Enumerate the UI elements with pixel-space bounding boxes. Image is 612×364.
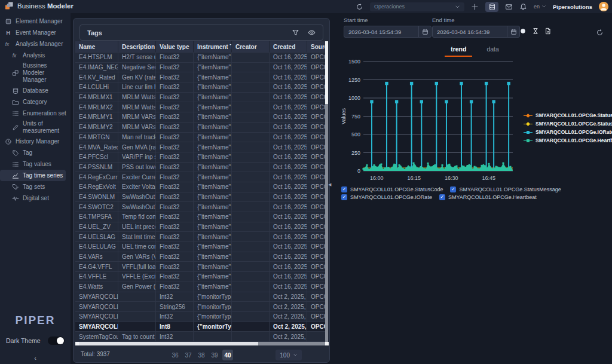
vertical-scrollbar[interactable] (325, 41, 328, 342)
pencil-icon (12, 124, 19, 131)
table-row[interactable]: E4.G4.VFFLVFFL(full load v...Float32{"it… (75, 262, 326, 272)
table-row[interactable]: SMYARQCOLL0...Int8{"monitorType"...Oct 2… (75, 322, 326, 332)
start-time-input[interactable]: 2026-03-04 15:54:39 (344, 26, 432, 38)
sidebar-item-tag-values[interactable]: Tag values (0, 158, 71, 170)
sidebar-item-tag[interactable]: Tag (0, 147, 71, 158)
series-checkbox-heartbeat[interactable]: ✓SMYARQCOLL01.OPCGe.Heartbeat (439, 194, 537, 200)
table-row[interactable]: SMYARQCOLL0...Int32{"monitorType"...Oct … (75, 312, 326, 322)
bell-icon[interactable] (519, 3, 527, 11)
legend-item[interactable]: SMYARQCOLL01.OPCGe.StatusCode (524, 112, 612, 118)
series-checkbox-iorate[interactable]: ✓SMYARQCOLL01.OPCGe.IORate (341, 194, 432, 200)
refresh-icon[interactable] (356, 3, 363, 11)
series-checkbox-statusmessage[interactable]: ✓SMYARQCOLL01.OPCGe.StatusMessage (450, 186, 561, 192)
sidebar-item-label: Event Manager (16, 29, 56, 36)
plus-icon[interactable] (471, 3, 479, 11)
table-cell: OPCGe (307, 112, 326, 123)
table-row[interactable]: E4.HTSPLMH2/T sense up...Float32{"itemNa… (75, 53, 326, 63)
table-row[interactable]: E4.RegExCurrExciter Current ...Float32{"… (75, 172, 326, 182)
page-button-39[interactable]: 39 (209, 350, 220, 360)
table-cell: {"itemName":"... (194, 172, 232, 182)
database-button[interactable] (485, 2, 498, 12)
tags-search-box[interactable]: Tags (79, 25, 323, 41)
sync-icon[interactable] (596, 29, 604, 36)
table-row[interactable]: E4.UEL_ZVUEL int precon ...Float32{"item… (75, 222, 326, 233)
table-row[interactable]: E4.PFCSclVAR/PF inp scaleFloat32{"itemNa… (75, 152, 326, 163)
legend-item[interactable]: SMYARQCOLL01.OPCGe.Heartbeat (524, 137, 612, 143)
column-header-source[interactable]: Source (307, 41, 326, 53)
table-row[interactable]: E4.VARsGen VARs (VAR...Float32{"itemName… (75, 252, 326, 262)
page-button-36[interactable]: 36 (170, 350, 180, 360)
mail-icon[interactable] (505, 3, 513, 11)
panel-collapse-arrow[interactable]: ◀ (328, 182, 331, 187)
table-row[interactable]: E4.KV_RatedGen KV (rated)Float32{"itemNa… (75, 72, 326, 82)
hourglass-icon[interactable] (532, 27, 539, 35)
workspace-select[interactable]: Operaciones (370, 2, 464, 11)
table-row[interactable]: SystemTagCountTag to count ex...Int32Oct… (75, 332, 326, 342)
eye-icon[interactable] (308, 29, 316, 36)
sidebar-item-bussines-modeler-manager[interactable]: Bussines Modeler Manager (0, 61, 71, 85)
column-header-value-type[interactable]: Value type (156, 41, 194, 53)
page-button-40[interactable]: 40 (222, 350, 233, 360)
sidebar-item-label: History Manager (16, 138, 59, 145)
page-button-37[interactable]: 37 (183, 350, 194, 360)
table-row[interactable]: SMYARQCOLL0...Int32{"monitorType"...Oct … (75, 292, 326, 302)
table-row[interactable]: E4.SWONLMSwWashOutNe...Float32{"itemName… (75, 192, 326, 203)
table-row[interactable]: E4.SWOTC2SwWashOutTC2Float32{"itemName":… (75, 202, 326, 212)
page-button-38[interactable]: 38 (196, 350, 207, 360)
table-row[interactable]: E4.WattsGen Power (Wa...Float32{"itemNam… (75, 282, 326, 292)
table-row[interactable]: E4.UELULAGUEL time const...Float32{"item… (75, 242, 326, 252)
calendar-icon[interactable] (418, 26, 431, 37)
sidebar-item-history-manager[interactable]: History Manager (0, 136, 71, 147)
table-row[interactable]: E4.LCULHiLine cur lim highFloat32{"itemN… (75, 82, 326, 93)
table-row[interactable]: E4.UELSLAGStat lmt time c...Float32{"ite… (75, 232, 326, 242)
dark-theme-toggle[interactable] (48, 337, 65, 345)
sidebar-item-units-of-measurement[interactable]: Units of measurement (0, 119, 71, 136)
export-file-icon[interactable] (544, 27, 552, 35)
tab-trend[interactable]: trend (445, 44, 472, 57)
table-row[interactable]: E4.MRLMY1MRLM VARs Pt 1Float32{"itemName… (75, 112, 326, 123)
sidebar-item-element-manager[interactable]: Element Manager (0, 16, 71, 27)
sidebar-item-database[interactable]: Database (0, 85, 71, 96)
sidebar-item-enumeration-set[interactable]: Enumeration set (0, 108, 71, 119)
column-header-created[interactable]: Created (270, 41, 307, 53)
table-row[interactable]: E4.MRLMY2MRLM VARs Pt 2Float32{"itemName… (75, 123, 326, 133)
avatar[interactable] (599, 2, 608, 11)
table-row[interactable]: E4.MVA_RatedGen MVA (rated)Float32{"item… (75, 142, 326, 152)
sidebar-item-analysis[interactable]: fxAnalysis (0, 50, 71, 61)
filter-icon[interactable] (292, 29, 299, 36)
sidebar-item-tag-time-series[interactable]: Tag time series (0, 170, 66, 181)
table-row[interactable]: SMYARQCOLL0...String256{"monitorType"...… (75, 302, 326, 312)
table-row[interactable]: E4.VFFLEVFFLE (Exciter)Float32{"itemName… (75, 272, 326, 282)
record-circle-icon[interactable] (519, 27, 527, 35)
sidebar-item-digital-set[interactable]: Digital set (0, 192, 71, 204)
calendar-icon[interactable] (507, 26, 519, 37)
table-row[interactable]: E4.MRTGNMan ref track g...Float32{"itemN… (75, 133, 326, 143)
page-size-select[interactable]: 100 (276, 350, 302, 360)
legend-item[interactable]: SMYARQCOLL01.OPCGe.IORate (524, 129, 612, 135)
column-header-instrument-tag[interactable]: Instrument Tag (194, 41, 232, 53)
sidebar-item-tag-sets[interactable]: Tag sets (0, 181, 71, 192)
horizontal-scrollbar[interactable] (75, 342, 329, 345)
table-row[interactable]: E4.MRLMX1MRLM Watts P...Float32{"itemNam… (75, 93, 326, 103)
series-checkbox-statuscode[interactable]: ✓SMYARQCOLL01.OPCGe.StatusCode (341, 186, 443, 192)
end-time-input[interactable]: 2026-03-04 16:54:39 (432, 26, 520, 38)
sidebar-item-event-manager[interactable]: HEvent Manager (0, 27, 71, 38)
column-header-creator[interactable]: Creator (232, 41, 270, 53)
legend-item[interactable]: SMYARQCOLL01.OPCGe.StatusMessage (524, 121, 612, 127)
column-header-description[interactable]: Description (118, 41, 156, 53)
table-row[interactable]: E4.RegExVoltExciter Voltage...Float32{"i… (75, 182, 326, 192)
language-select[interactable]: en (534, 4, 546, 10)
table-row[interactable]: E4.MRLMX2MRLM Watts P...Float32{"itemNam… (75, 102, 326, 112)
sidebar-item-analysis-manager[interactable]: fxAnalysis Manager (0, 38, 71, 50)
table-cell: OPCGe (307, 192, 326, 203)
table-cell: Float32 (156, 123, 194, 133)
column-header-name[interactable]: Name (75, 41, 118, 53)
table-cell: Oct 16, 2025, 1... (270, 93, 307, 103)
table-row[interactable]: E4.IMAG_NEGNegative Sequ...Float32{"item… (75, 63, 326, 73)
table-cell (232, 53, 270, 63)
table-row[interactable]: E4.TMPSFATemp fld comp...Float32{"itemNa… (75, 212, 326, 222)
sidebar-collapse-chevron[interactable]: ‹ (0, 354, 71, 364)
table-row[interactable]: E4.PSSNLMPSS out lower l...Float32{"item… (75, 163, 326, 173)
tab-data[interactable]: data (481, 44, 504, 57)
sidebar-item-category[interactable]: Category (0, 96, 71, 108)
